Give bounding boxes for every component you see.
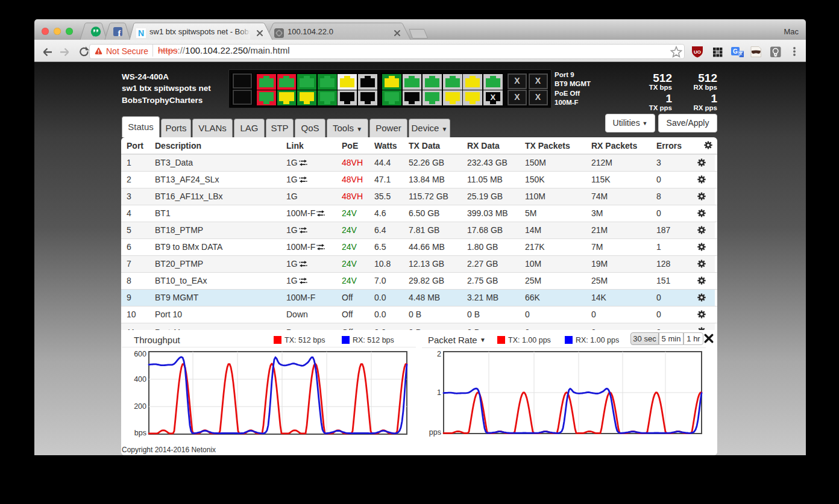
svg-text:UO: UO [694, 49, 701, 55]
svg-text:G: G [733, 48, 738, 55]
svg-text:N: N [138, 28, 144, 38]
